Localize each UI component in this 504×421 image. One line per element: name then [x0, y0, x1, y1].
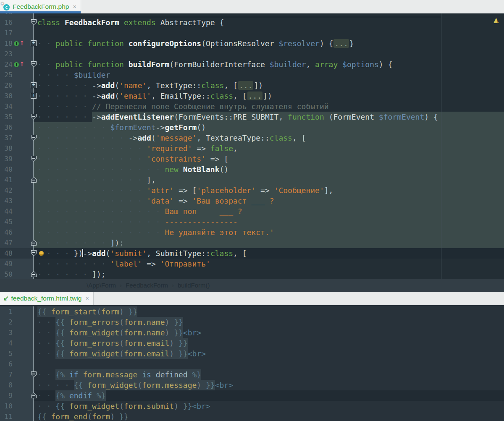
line-number[interactable]: 42: [0, 185, 13, 196]
folded-code-chip[interactable]: ...: [247, 92, 263, 100]
line-number[interactable]: 30: [0, 91, 13, 101]
line-number[interactable]: 39: [0, 154, 13, 164]
line-number[interactable]: 11: [0, 411, 13, 421]
line-number[interactable]: 43: [0, 196, 13, 206]
line-number[interactable]: 40: [0, 164, 13, 175]
code-line[interactable]: 25· · · · $builder: [0, 70, 504, 80]
code-line[interactable]: 11{{ form_end(form) }}: [0, 411, 504, 421]
token: PRE_SUBMIT: [233, 112, 278, 121]
line-number[interactable]: 6: [0, 359, 13, 369]
code-line[interactable]: 6: [0, 359, 504, 369]
line-number[interactable]: 8: [0, 380, 13, 390]
line-number[interactable]: 49: [0, 259, 13, 269]
twig-editor[interactable]: 1{{ form_start(form) }}2· · {{ form_erro…: [0, 305, 504, 421]
code-line[interactable]: 47· · · · · · · · ]);: [0, 238, 504, 248]
code-line[interactable]: 10· · {{ form_widget(form.submit) }}<br>: [0, 401, 504, 411]
line-number[interactable]: 35: [0, 112, 13, 122]
code-line[interactable]: 3· · {{ form_widget(form.name) }}<br>: [0, 327, 504, 338]
intention-bulb-icon[interactable]: [39, 251, 44, 256]
line-number[interactable]: 50: [0, 269, 13, 279]
code-line[interactable]: 36· · · · · · · · $formEvent->getForm(): [0, 122, 504, 133]
code-line[interactable]: 18↑+· · public function configureOptions…: [0, 38, 504, 49]
fold-marker-col[interactable]: +: [31, 82, 37, 88]
inspections-warning-indicator[interactable]: ▲ !: [494, 14, 502, 23]
fold-marker-col[interactable]: +: [31, 93, 37, 99]
code-line[interactable]: 38· · · · · · · · · · · · 'required' => …: [0, 143, 504, 154]
line-number[interactable]: 48: [0, 248, 13, 259]
fold-marker-col[interactable]: +: [31, 40, 37, 46]
override-up-arrow-icon[interactable]: ↑: [19, 38, 25, 49]
line-number[interactable]: 23: [0, 49, 13, 59]
folded-code-chip[interactable]: ...: [333, 39, 349, 48]
line-number[interactable]: 15: [0, 13, 13, 17]
line-number[interactable]: 24: [0, 59, 13, 70]
method-marker-circle-icon[interactable]: [14, 41, 19, 46]
line-number[interactable]: 16: [0, 17, 13, 28]
code-line[interactable]: 37· · · · · · · · · · ->add('message', T…: [0, 133, 504, 143]
code-line[interactable]: 43· · · · · · · · · · · · 'data' => 'Ваш…: [0, 196, 504, 206]
line-number[interactable]: 5: [0, 348, 13, 359]
code-line[interactable]: 48· · · · })->add('submit', SubmitType::…: [0, 248, 504, 259]
breadcrumb-item[interactable]: buildForm(): [178, 282, 210, 289]
code-line[interactable]: 23: [0, 49, 504, 59]
line-number[interactable]: 26: [0, 80, 13, 91]
code-line[interactable]: 24↑· · public function buildForm(FormBui…: [0, 59, 504, 70]
line-number[interactable]: 18: [0, 38, 13, 49]
code-line[interactable]: 30+· · · · · · ->add('email', EmailType:…: [0, 91, 504, 101]
code-line[interactable]: 16class FeedbackForm extends AbstractTyp…: [0, 17, 504, 28]
token: new: [165, 165, 183, 174]
code-line[interactable]: 9· · {% endif %}: [0, 390, 504, 401]
code-line[interactable]: 34· · · · · · // Перенесли поле Сообщени…: [0, 101, 504, 112]
line-number[interactable]: 25: [0, 70, 13, 80]
line-number[interactable]: 9: [0, 390, 13, 401]
tab-feedback-form-twig[interactable]: ↙ feedback_form.html.twig ×: [0, 292, 94, 305]
line-number[interactable]: 45: [0, 217, 13, 227]
line-number[interactable]: 46: [0, 227, 13, 238]
breadcrumb-item[interactable]: FeedbackForm: [126, 282, 168, 289]
code-line[interactable]: 1{{ form_start(form) }}: [0, 306, 504, 317]
breadcrumb-item[interactable]: \App\Form: [87, 282, 116, 289]
line-number[interactable]: 36: [0, 122, 13, 133]
code-line[interactable]: 42· · · · · · · · · · · · 'attr' => ['pl…: [0, 185, 504, 196]
code-line[interactable]: 5· · {{ form_widget(form.email) }}<br>: [0, 348, 504, 359]
token: addEventListener: [101, 112, 174, 121]
line-number[interactable]: 37: [0, 133, 13, 143]
line-number[interactable]: 2: [0, 317, 13, 327]
line-number[interactable]: 1: [0, 306, 13, 317]
code-line[interactable]: 2· · {{ form_errors(form.name) }}: [0, 317, 504, 327]
line-number[interactable]: 38: [0, 143, 13, 154]
code-line[interactable]: 35· · · · · · ->addEventListener(FormEve…: [0, 112, 504, 122]
line-number[interactable]: 41: [0, 175, 13, 185]
folded-code-chip[interactable]: ...: [238, 81, 254, 90]
line-number[interactable]: 4: [0, 338, 13, 348]
code-line[interactable]: 50· · · · · · ]);: [0, 269, 504, 279]
line-number[interactable]: 47: [0, 238, 13, 248]
code-text: · · public function buildForm(FormBuilde…: [34, 59, 504, 70]
code-line[interactable]: 4· · {{ form_errors(form.email) }}: [0, 338, 504, 348]
indent-whitespace: · · · · · · · · · · · ·: [37, 175, 147, 185]
code-line[interactable]: 8· · · · {{ form_widget(form.message) }}…: [0, 380, 504, 390]
code-line[interactable]: 17: [0, 28, 504, 38]
line-number[interactable]: 10: [0, 401, 13, 411]
line-number[interactable]: 3: [0, 327, 13, 338]
line-number[interactable]: 7: [0, 369, 13, 380]
line-number[interactable]: 34: [0, 101, 13, 112]
token: {%: [55, 391, 69, 400]
line-number[interactable]: 44: [0, 206, 13, 217]
code-line[interactable]: 26+· · · · · · ->add('name', TextType::c…: [0, 80, 504, 91]
tab-feedbackform-php[interactable]: * c FeedbackForm.php ×: [0, 0, 81, 13]
override-up-arrow-icon[interactable]: ↑: [19, 59, 25, 70]
method-marker-circle-icon[interactable]: [14, 62, 19, 67]
code-line[interactable]: 39· · · · · · · · · · · · 'constraints' …: [0, 154, 504, 164]
code-line[interactable]: 40· · · · · · · · · · · · · · new NotBla…: [0, 164, 504, 175]
code-line[interactable]: 45· · · · · · · · · · · · · · ----------…: [0, 217, 504, 227]
line-number[interactable]: 17: [0, 28, 13, 38]
code-line[interactable]: 46· · · · · · · · · · · · · · Не удаляйт…: [0, 227, 504, 238]
code-line[interactable]: 7· · {% if form.message is defined %}: [0, 369, 504, 380]
code-line[interactable]: 41· · · · · · · · · · · · ],: [0, 175, 504, 185]
close-icon[interactable]: ×: [73, 3, 76, 10]
php-editor[interactable]: ▲ ! 1516class FeedbackForm extends Abstr…: [0, 13, 504, 279]
code-line[interactable]: 44· · · · · · · · · · · · · · Ваш пол __…: [0, 206, 504, 217]
code-line[interactable]: 49· · · · · · · · 'label' => 'Отправить': [0, 259, 504, 269]
close-icon[interactable]: ×: [85, 295, 89, 302]
